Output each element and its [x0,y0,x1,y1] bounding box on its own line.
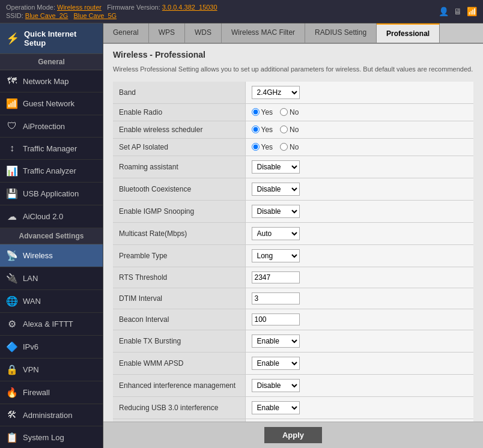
form-area: Wireless - Professional Wireless Profess… [103,44,483,422]
radio-enable-wireless-scheduler-no[interactable] [280,126,288,133]
control-enhanced-interference: DisableEnable [245,374,473,396]
sidebar-item-traffic-analyzer[interactable]: 📊 Traffic Analyzer [0,160,103,183]
control-enable-tx-bursting: EnableDisable [245,330,473,352]
radio-label-enable-wireless-scheduler-no[interactable]: No [280,126,299,134]
control-enable-igmp-snooping: DisableEnable [245,200,473,222]
sidebar-item-alexa[interactable]: ⚙ Alexa & IFTTT [0,313,103,336]
input-rts-threshold[interactable] [252,271,300,283]
row-enable-wmm-apsd: Enable WMM APSDEnableDisable [113,352,473,374]
radio-label-enable-wireless-scheduler-yes[interactable]: Yes [252,126,273,134]
tab-general[interactable]: General [103,23,149,43]
radio-label-enable-radio-no[interactable]: No [280,108,299,117]
row-enable-radio: Enable RadioYesNo [113,103,473,121]
tab-professional[interactable]: Professional [377,23,440,43]
monitor-icon[interactable]: 🖥 [454,7,462,16]
ssid2[interactable]: Blue Cave_5G [74,12,117,19]
sidebar-item-administration[interactable]: 🛠 Administration [0,404,103,426]
sidebar-item-aicloud[interactable]: ☁ AiCloud 2.0 [0,205,103,228]
radio-set-ap-isolated-yes[interactable] [252,143,260,151]
radio-label-enable-radio-yes[interactable]: Yes [252,108,273,117]
select-enable-wmm-apsd[interactable]: EnableDisable [252,357,300,370]
tab-wireless-mac-filter[interactable]: Wireless MAC Filter [222,23,305,43]
label-band: Band [113,82,245,104]
wifi-icon[interactable]: 📶 [467,7,477,16]
input-dtim-interval[interactable] [252,292,300,304]
row-multicast-rate: Multicast Rate(Mbps)Auto125.511 [113,222,473,244]
wireless-icon: 📡 [6,250,18,261]
control-roaming-assistant: DisableEnable [245,156,473,178]
sidebar-item-firewall[interactable]: 🔥 Firewall [0,381,103,404]
general-section-header: General [0,54,103,70]
row-enable-igmp-snooping: Enable IGMP SnoopingDisableEnable [113,200,473,222]
app: Operation Mode: Wireless router Firmware… [0,0,483,448]
quick-internet-setup[interactable]: ⚡ Quick Internet Setup [0,23,103,54]
sidebar-label-aicloud: AiCloud 2.0 [23,212,63,221]
tab-radius-setting[interactable]: RADIUS Setting [305,23,377,43]
row-beacon-interval: Beacon Interval [113,309,473,330]
sidebar-label-vpn: VPN [23,365,39,374]
select-roaming-assistant[interactable]: DisableEnable [252,160,300,174]
sidebar-item-network-map[interactable]: 🗺 Network Map [0,70,103,92]
firmware-value[interactable]: 3.0.0.4.382_15030 [162,4,217,11]
sidebar-label-wan: WAN [23,297,41,306]
sidebar-item-system-log[interactable]: 📋 System Log [0,426,103,448]
row-enable-tx-bursting: Enable TX BurstingEnableDisable [113,330,473,352]
label-enable-wmm-apsd: Enable WMM APSD [113,352,245,374]
label-enhanced-interference: Enhanced interference management [113,374,245,396]
alexa-icon: ⚙ [6,318,18,330]
radio-set-ap-isolated-no[interactable] [280,143,288,151]
traffic-analyzer-icon: 📊 [6,165,18,177]
control-beacon-interval [245,309,473,330]
select-enable-tx-bursting[interactable]: EnableDisable [252,334,300,348]
label-multicast-rate: Multicast Rate(Mbps) [113,222,245,244]
sidebar-label-traffic-manager: Traffic Manager [23,144,77,153]
tab-wps[interactable]: WPS [149,23,185,43]
select-enhanced-interference[interactable]: DisableEnable [252,379,300,392]
sidebar-item-wireless[interactable]: 📡 Wireless [0,244,103,267]
sidebar-item-aiprotection[interactable]: 🛡 AiProtection [0,115,103,138]
ssid-line: SSID: Blue Cave_2G Blue Cave_5G [6,12,217,19]
sidebar-label-lan: LAN [23,274,38,283]
select-reducing-usb-interference[interactable]: EnableDisable [252,401,300,414]
ssid1[interactable]: Blue Cave_2G [25,12,68,19]
radio-enable-radio-no[interactable] [280,108,288,116]
select-band[interactable]: 2.4GHz5GHz [252,86,300,99]
wan-icon: 🌐 [6,295,18,307]
tab-wds[interactable]: WDS [185,23,222,43]
control-rts-threshold [245,267,473,288]
usb-application-icon: 💾 [6,188,18,199]
input-beacon-interval[interactable] [252,313,300,325]
apply-button[interactable]: Apply [264,427,322,443]
topbar-info: Operation Mode: Wireless router Firmware… [6,4,217,19]
radio-enable-wireless-scheduler-yes[interactable] [252,126,260,133]
select-bluetooth-coexistence[interactable]: DisableEnable [252,183,300,196]
sidebar-item-usb-application[interactable]: 💾 USB Application [0,183,103,205]
radio-enable-radio-yes[interactable] [252,108,260,116]
administration-icon: 🛠 [6,410,18,420]
row-preamble-type: Preamble TypeLongShort [113,244,473,267]
user-icon[interactable]: 👤 [439,7,449,16]
sidebar-item-vpn[interactable]: 🔒 VPN [0,359,103,381]
radio-group-enable-wireless-scheduler: YesNo [252,126,468,134]
sidebar-item-guest-network[interactable]: 📶 Guest Network [0,92,103,115]
sidebar-label-system-log: System Log [23,433,64,442]
sidebar-item-wan[interactable]: 🌐 WAN [0,290,103,313]
select-enable-igmp-snooping[interactable]: DisableEnable [252,205,300,218]
select-preamble-type[interactable]: LongShort [252,249,300,262]
radio-label-set-ap-isolated-yes[interactable]: Yes [252,143,273,151]
sidebar-label-ipv6: IPv6 [23,342,38,351]
sidebar-item-lan[interactable]: 🔌 LAN [0,267,103,290]
system-log-icon: 📋 [6,432,18,443]
row-rts-threshold: RTS Threshold [113,267,473,288]
sidebar-label-aiprotection: AiProtection [23,122,65,131]
select-multicast-rate[interactable]: Auto125.511 [252,227,300,240]
row-enable-wireless-scheduler: Enable wireless schedulerYesNo [113,121,473,138]
label-beacon-interval: Beacon Interval [113,309,245,330]
sidebar-item-ipv6[interactable]: 🔷 IPv6 [0,336,103,359]
control-dtim-interval [245,288,473,309]
operation-mode-value[interactable]: Wireless router [57,4,102,11]
radio-label-set-ap-isolated-no[interactable]: No [280,143,299,151]
sidebar-item-traffic-manager[interactable]: ↕ Traffic Manager [0,138,103,160]
topbar-icons: 👤 🖥 📶 [439,7,477,16]
quick-setup-icon: ⚡ [6,32,19,45]
